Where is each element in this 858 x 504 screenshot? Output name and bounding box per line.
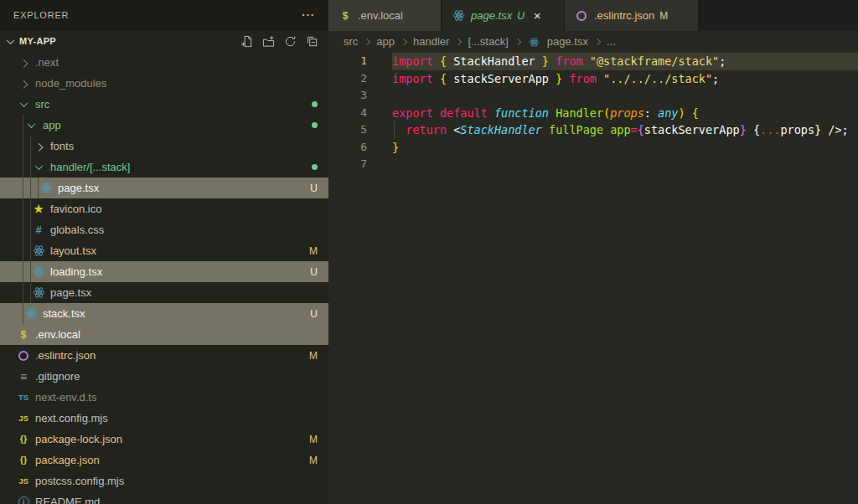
react-icon	[32, 265, 45, 279]
breadcrumb-item-handler[interactable]: handler	[413, 35, 449, 48]
file-name: fonts	[50, 140, 74, 152]
line-number: 7	[328, 156, 367, 173]
tab-label: .eslintrc.json	[594, 9, 654, 22]
env-icon: $	[17, 328, 30, 342]
tree-item-handler-stack[interactable]: handler/[...stack]	[0, 157, 328, 177]
file-name: postcss.config.mjs	[35, 475, 124, 487]
git-status-badge: U	[310, 183, 318, 194]
tree-item-gitignore[interactable]: ≡.gitignore	[0, 366, 328, 387]
code-line-2[interactable]: 2import { stackServerApp } from "../../.…	[328, 70, 858, 88]
line-number: 6	[328, 139, 367, 157]
file-name: .next	[35, 56, 59, 69]
line-number: 1	[328, 53, 367, 70]
tab-env-local[interactable]: $.env.local	[328, 0, 442, 31]
tree-item-node-modules[interactable]: node_modules	[0, 73, 328, 94]
refresh-button[interactable]	[284, 35, 297, 48]
breadcrumb: srcapphandler[...stack]page.tsx...	[328, 31, 858, 52]
explorer-toolbar	[240, 35, 318, 48]
git-icon: ≡	[17, 370, 30, 383]
project-name: MY-APP	[19, 36, 56, 46]
git-status-badge: M	[309, 245, 318, 257]
tab-bar: $.env.localpage.tsxU×.eslintrc.jsonM	[328, 0, 858, 31]
file-name: stack.tsx	[43, 307, 85, 320]
tree-item-loading-tsx[interactable]: loading.tsxU	[0, 261, 328, 282]
breadcrumb-item-stack[interactable]: [...stack]	[468, 35, 508, 48]
tree-item-postcss-config-mjs[interactable]: JSpostcss.config.mjs	[0, 471, 328, 491]
untracked-dot	[312, 122, 318, 128]
git-status-badge: M	[309, 434, 318, 445]
breadcrumb-item-src[interactable]: src	[344, 35, 358, 48]
chevron-right-icon	[34, 143, 43, 152]
code-line-4[interactable]: 4export default function Handler(props: …	[328, 105, 858, 122]
more-actions-icon[interactable]: ⋯	[301, 7, 315, 23]
refresh-icon	[284, 35, 297, 48]
file-name: .gitignore	[35, 370, 80, 383]
code-text: import { stackServerApp } from "../../..…	[392, 70, 858, 88]
collapse-all-icon	[306, 35, 318, 48]
tree-item-env-local[interactable]: $.env.local	[0, 324, 328, 345]
tree-item-readme-md[interactable]: iREADME.md	[0, 491, 328, 504]
eslint-icon	[17, 349, 30, 363]
file-name: page.tsx	[58, 182, 99, 194]
file-name: globals.css	[50, 224, 104, 236]
tab-label: page.tsx	[471, 9, 512, 22]
file-name: app	[43, 119, 61, 131]
react-icon	[39, 182, 53, 195]
code-line-7[interactable]: 7	[328, 156, 858, 173]
git-status-suffix: U	[517, 10, 525, 22]
code-line-3[interactable]: 3	[328, 87, 858, 105]
chevron-right-icon	[401, 38, 407, 44]
file-tree: .nextnode_modulessrcappfontshandler/[...…	[0, 52, 328, 504]
breadcrumb-item-app[interactable]: app	[376, 35, 395, 48]
breadcrumb-item-page-tsx[interactable]: page.tsx	[547, 35, 588, 48]
chevron-right-icon	[19, 80, 28, 89]
new-folder-button[interactable]	[262, 35, 275, 48]
collapse-all-button[interactable]	[306, 35, 318, 48]
tree-item-package-lock-json[interactable]: {}package-lock.jsonM	[0, 429, 328, 450]
tab-page-tsx[interactable]: page.tsxU×	[442, 0, 565, 31]
close-icon[interactable]: ×	[534, 9, 541, 22]
tree-item-favicon-ico[interactable]: ★favicon.ico	[0, 198, 328, 219]
code-text	[392, 156, 858, 173]
react-icon	[24, 307, 38, 321]
tree-item-package-json[interactable]: {}package.jsonM	[0, 450, 328, 471]
git-status-badge: U	[310, 266, 318, 278]
chevron-right-icon	[514, 38, 521, 44]
code-editor[interactable]: 1import { StackHandler } from "@stackfra…	[328, 52, 858, 504]
tree-item-next[interactable]: .next	[0, 52, 328, 73]
chevron-right-icon	[364, 38, 370, 44]
new-file-button[interactable]	[240, 35, 253, 48]
tree-item-next-config-mjs[interactable]: JSnext.config.mjs	[0, 408, 328, 429]
new-file-icon	[240, 35, 253, 48]
tree-item-app[interactable]: app	[0, 115, 328, 136]
code-line-6[interactable]: 6}	[328, 139, 858, 157]
tree-item-src[interactable]: src	[0, 94, 328, 115]
tree-item-globals-css[interactable]: #globals.css	[0, 219, 328, 240]
project-section-header[interactable]: MY-APP	[0, 30, 328, 52]
explorer-sidebar: EXPLORER ⋯ MY-APP .nextnode_modulessrcap…	[0, 0, 328, 504]
chevron-down-icon	[27, 120, 35, 128]
chevron-down-icon	[19, 99, 28, 107]
react-icon	[452, 9, 465, 23]
code-line-5[interactable]: 5 return <StackHandler fullPage app={sta…	[328, 121, 858, 139]
tab-eslintrc-json[interactable]: .eslintrc.jsonM	[565, 0, 699, 31]
git-status-badge: M	[309, 350, 318, 362]
tree-item-fonts[interactable]: fonts	[0, 136, 328, 157]
file-name: src	[35, 98, 49, 111]
editor-group: $.env.localpage.tsxU×.eslintrc.jsonM src…	[328, 0, 858, 504]
eslint-icon	[575, 9, 588, 23]
tree-item-eslintrc-json[interactable]: .eslintrc.jsonM	[0, 345, 328, 366]
file-name: loading.tsx	[50, 265, 102, 278]
tree-item-page-tsx[interactable]: page.tsxU	[0, 177, 328, 198]
breadcrumb-item-[interactable]: ...	[607, 35, 616, 48]
tree-item-layout-tsx[interactable]: layout.tsxM	[0, 240, 328, 261]
tree-item-stack-tsx[interactable]: stack.tsxU	[0, 303, 328, 324]
js-icon: JS	[17, 475, 30, 488]
tree-item-page-tsx[interactable]: page.tsx	[0, 282, 328, 303]
star-icon: ★	[32, 203, 45, 216]
chevron-right-icon	[19, 59, 28, 68]
code-text: }	[392, 139, 858, 157]
tree-item-next-env-d-ts[interactable]: TSnext-env.d.ts	[0, 387, 328, 408]
untracked-dot	[312, 101, 318, 107]
code-line-1[interactable]: 1import { StackHandler } from "@stackfra…	[328, 53, 858, 70]
